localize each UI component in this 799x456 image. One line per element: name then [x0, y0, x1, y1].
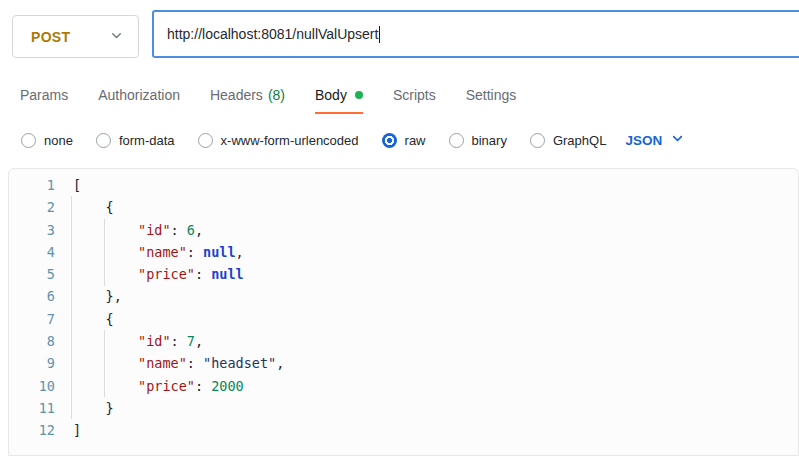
line-number: 4	[9, 241, 55, 263]
url-input[interactable]: http://localhost:8081/nullValUpsert	[152, 10, 799, 58]
code-line: 1[	[9, 174, 798, 196]
tab-params[interactable]: Params	[20, 78, 68, 114]
tab-label: Headers	[210, 87, 263, 103]
code-lines: 1[2{3"id": 6,4"name": null,5"price": nul…	[9, 169, 798, 442]
token-null: null	[203, 244, 236, 260]
code-line: 10"price": 2000	[9, 375, 798, 397]
token-punct: ]	[73, 422, 81, 438]
tab-authorization[interactable]: Authorization	[98, 78, 180, 114]
token-punct: },	[106, 288, 122, 304]
tab-label: Settings	[466, 87, 517, 103]
tab-body[interactable]: Body	[315, 78, 363, 114]
token-punct: ,	[236, 244, 244, 260]
indent-guide	[104, 219, 105, 286]
radio-icon	[96, 133, 111, 148]
line-number: 12	[9, 419, 55, 441]
line-content: "id": 7,	[73, 330, 203, 352]
radio-icon	[21, 133, 36, 148]
token-key: "name"	[138, 355, 187, 371]
body-type-raw[interactable]: raw	[382, 133, 426, 148]
body-type-none[interactable]: none	[21, 133, 73, 148]
token-punct: :	[187, 244, 203, 260]
token-num: 6	[187, 222, 195, 238]
code-line: 6},	[9, 285, 798, 307]
token-punct: ,	[195, 222, 203, 238]
token-str: "headset"	[203, 355, 276, 371]
request-body-editor[interactable]: 1[2{3"id": 6,4"name": null,5"price": nul…	[8, 168, 799, 456]
token-punct: :	[195, 378, 211, 394]
body-type-options: noneform-datax-www-form-urlencodedrawbin…	[21, 133, 606, 148]
language-selector-value: JSON	[625, 133, 662, 148]
chevron-down-icon	[671, 132, 684, 148]
body-type-binary[interactable]: binary	[449, 133, 507, 148]
body-type-form-data[interactable]: form-data	[96, 133, 175, 148]
tab-headers[interactable]: Headers(8)	[210, 78, 285, 114]
line-content: }	[73, 397, 114, 419]
code-line: 4"name": null,	[9, 241, 798, 263]
radio-label: none	[44, 133, 73, 148]
tab-label: Authorization	[98, 87, 180, 103]
token-key: "id"	[138, 333, 171, 349]
line-number: 2	[9, 196, 55, 218]
token-punct: :	[195, 266, 211, 282]
body-type-row: noneform-datax-www-form-urlencodedrawbin…	[0, 126, 684, 154]
line-content: {	[73, 308, 114, 330]
line-number: 5	[9, 263, 55, 285]
indent-guide	[104, 330, 105, 397]
radio-icon	[530, 133, 545, 148]
radio-label: x-www-form-urlencoded	[221, 133, 359, 148]
token-key: "name"	[138, 244, 187, 260]
tab-count-badge: (8)	[268, 87, 285, 103]
token-key: "price"	[138, 266, 195, 282]
token-key: "id"	[138, 222, 171, 238]
token-key: "price"	[138, 378, 195, 394]
token-punct: {	[106, 199, 114, 215]
line-number: 1	[9, 174, 55, 196]
token-punct: ,	[195, 333, 203, 349]
url-text: http://localhost:8081/nullValUpsert	[167, 26, 378, 42]
tab-label: Params	[20, 87, 68, 103]
chevron-down-icon	[110, 28, 123, 46]
radio-label: GraphQL	[553, 133, 606, 148]
line-number: 3	[9, 219, 55, 241]
line-number: 6	[9, 285, 55, 307]
token-punct: :	[171, 333, 187, 349]
text-cursor	[379, 26, 380, 43]
token-punct: :	[171, 222, 187, 238]
body-type-graphql[interactable]: GraphQL	[530, 133, 606, 148]
radio-label: form-data	[119, 133, 175, 148]
line-number: 8	[9, 330, 55, 352]
tab-settings[interactable]: Settings	[466, 78, 517, 114]
line-content: [	[73, 174, 81, 196]
token-punct: [	[73, 177, 81, 193]
token-null: null	[211, 266, 244, 282]
line-number: 7	[9, 308, 55, 330]
code-line: 8"id": 7,	[9, 330, 798, 352]
method-dropdown[interactable]: POST	[12, 15, 139, 58]
token-num: 7	[187, 333, 195, 349]
radio-icon	[382, 133, 397, 148]
language-selector[interactable]: JSON	[625, 132, 684, 148]
code-line: 11}	[9, 397, 798, 419]
line-content: "name": null,	[73, 241, 244, 263]
line-content: ]	[73, 419, 81, 441]
code-line: 5"price": null	[9, 263, 798, 285]
line-number: 10	[9, 375, 55, 397]
line-content: "id": 6,	[73, 219, 203, 241]
code-line: 9"name": "headset",	[9, 352, 798, 374]
line-content: },	[73, 285, 122, 307]
line-content: "price": null	[73, 263, 244, 285]
token-punct: ,	[276, 355, 284, 371]
radio-label: raw	[405, 133, 426, 148]
tab-label: Scripts	[393, 87, 436, 103]
code-line: 3"id": 6,	[9, 219, 798, 241]
line-number: 11	[9, 397, 55, 419]
indent-guide	[71, 196, 72, 419]
token-punct: {	[106, 311, 114, 327]
tab-label: Body	[315, 87, 347, 103]
token-num: 2000	[211, 378, 244, 394]
radio-icon	[198, 133, 213, 148]
body-type-x-www-form-urlencoded[interactable]: x-www-form-urlencoded	[198, 133, 359, 148]
radio-label: binary	[472, 133, 507, 148]
tab-scripts[interactable]: Scripts	[393, 78, 436, 114]
